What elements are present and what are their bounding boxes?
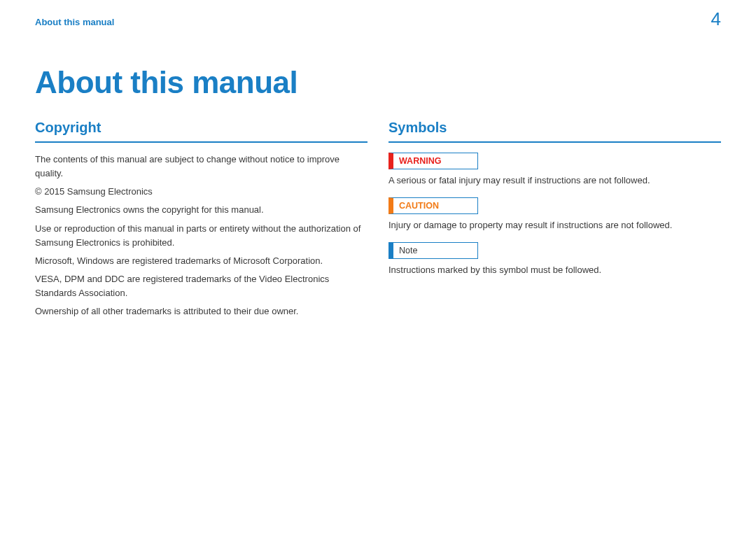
columns: Copyright The contents of this manual ar… bbox=[35, 120, 721, 323]
heading-copyright: Copyright bbox=[35, 120, 368, 143]
column-right: Symbols WARNING A serious or fatal injur… bbox=[388, 120, 721, 323]
column-left: Copyright The contents of this manual ar… bbox=[35, 120, 368, 323]
symbol-box-caution: CAUTION bbox=[388, 197, 478, 214]
copyright-paragraph: VESA, DPM and DDC are registered tradema… bbox=[35, 272, 368, 300]
copyright-paragraph: Microsoft, Windows are registered tradem… bbox=[35, 254, 368, 268]
symbol-box-warning: WARNING bbox=[388, 153, 478, 169]
copyright-paragraph: Use or reproduction of this manual in pa… bbox=[35, 222, 368, 250]
copyright-paragraph: © 2015 Samsung Electronics bbox=[35, 185, 368, 199]
page-title: About this manual bbox=[35, 65, 721, 100]
copyright-paragraph: Samsung Electronics owns the copyright f… bbox=[35, 203, 368, 217]
symbol-desc-warning: A serious or fatal injury may result if … bbox=[388, 174, 721, 188]
page-container: About this manual 4 About this manual Co… bbox=[0, 0, 756, 534]
copyright-paragraph: Ownership of all other trademarks is att… bbox=[35, 304, 368, 318]
copyright-paragraph: The contents of this manual are subject … bbox=[35, 153, 368, 181]
page-number: 4 bbox=[711, 8, 721, 30]
breadcrumb: About this manual bbox=[35, 17, 114, 27]
heading-symbols: Symbols bbox=[388, 120, 721, 143]
header-row: About this manual 4 bbox=[35, 8, 721, 30]
symbol-box-note: Note bbox=[388, 242, 478, 259]
symbol-desc-note: Instructions marked by this symbol must … bbox=[388, 263, 721, 277]
symbol-desc-caution: Injury or damage to property may result … bbox=[388, 218, 721, 232]
